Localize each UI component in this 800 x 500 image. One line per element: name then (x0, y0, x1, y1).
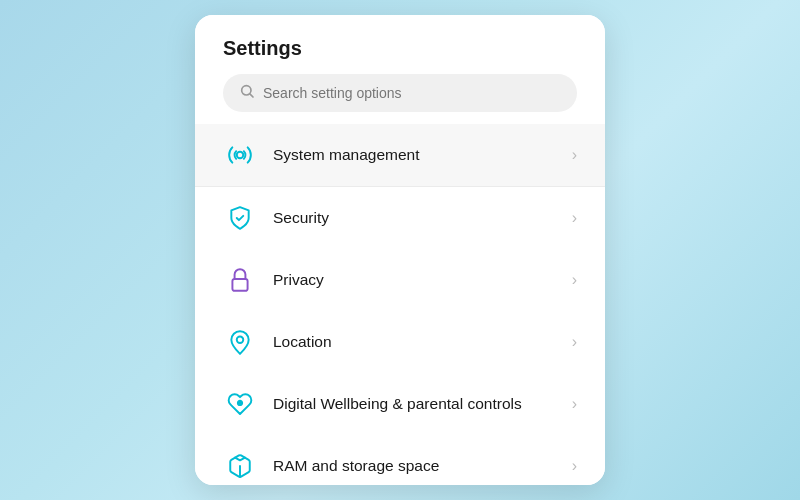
location-icon (223, 325, 257, 359)
system-icon (223, 138, 257, 172)
sidebar-item-system-management[interactable]: System management › (195, 124, 605, 187)
sidebar-item-security[interactable]: Security › (195, 187, 605, 249)
search-icon (239, 83, 255, 103)
chevron-icon: › (572, 209, 577, 227)
chevron-icon: › (572, 146, 577, 164)
storage-icon (223, 449, 257, 483)
privacy-icon (223, 263, 257, 297)
wellbeing-icon (223, 387, 257, 421)
settings-list: System management › Security › Priva (195, 124, 605, 485)
svg-point-2 (237, 152, 244, 159)
page-title: Settings (223, 37, 577, 60)
chevron-icon: › (572, 457, 577, 475)
chevron-icon: › (572, 271, 577, 289)
panel-header: Settings (195, 15, 605, 124)
system-management-label: System management (273, 145, 564, 166)
digital-wellbeing-label: Digital Wellbeing & parental controls (273, 394, 564, 415)
search-input[interactable] (263, 85, 561, 101)
sidebar-item-location[interactable]: Location › (195, 311, 605, 373)
svg-line-1 (250, 94, 253, 97)
sidebar-item-ram-storage[interactable]: RAM and storage space › (195, 435, 605, 485)
svg-point-4 (237, 337, 244, 344)
settings-panel: Settings System management › (195, 15, 605, 485)
chevron-icon: › (572, 395, 577, 413)
search-bar[interactable] (223, 74, 577, 112)
chevron-icon: › (572, 333, 577, 351)
svg-rect-3 (232, 279, 247, 291)
security-label: Security (273, 208, 564, 229)
privacy-label: Privacy (273, 270, 564, 291)
ram-storage-label: RAM and storage space (273, 456, 564, 477)
svg-point-5 (238, 401, 242, 405)
location-label: Location (273, 332, 564, 353)
security-icon (223, 201, 257, 235)
sidebar-item-privacy[interactable]: Privacy › (195, 249, 605, 311)
sidebar-item-digital-wellbeing[interactable]: Digital Wellbeing & parental controls › (195, 373, 605, 435)
